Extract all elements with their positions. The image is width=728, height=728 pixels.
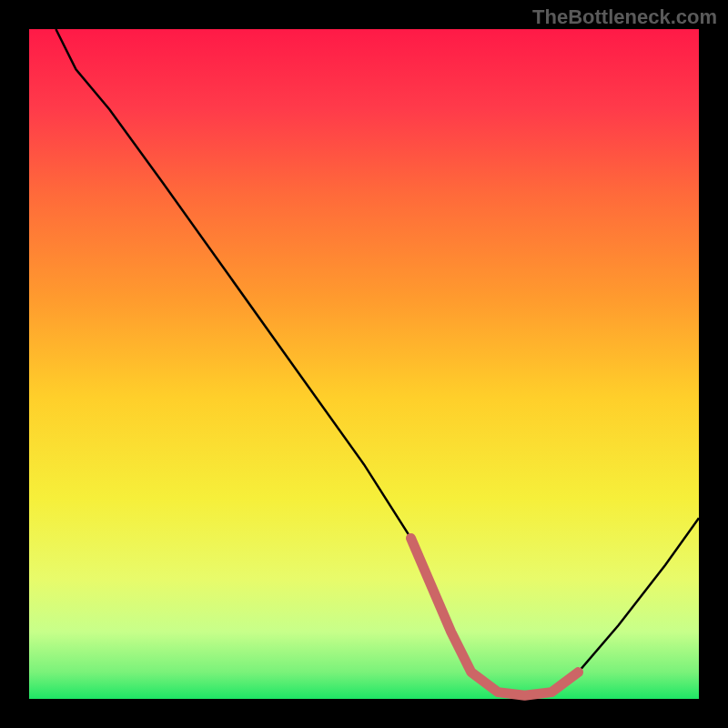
watermark-text: TheBottleneck.com — [532, 5, 717, 29]
chart-container: TheBottleneck.com — [0, 0, 728, 728]
chart-svg — [0, 0, 728, 728]
plot-background — [29, 29, 699, 699]
